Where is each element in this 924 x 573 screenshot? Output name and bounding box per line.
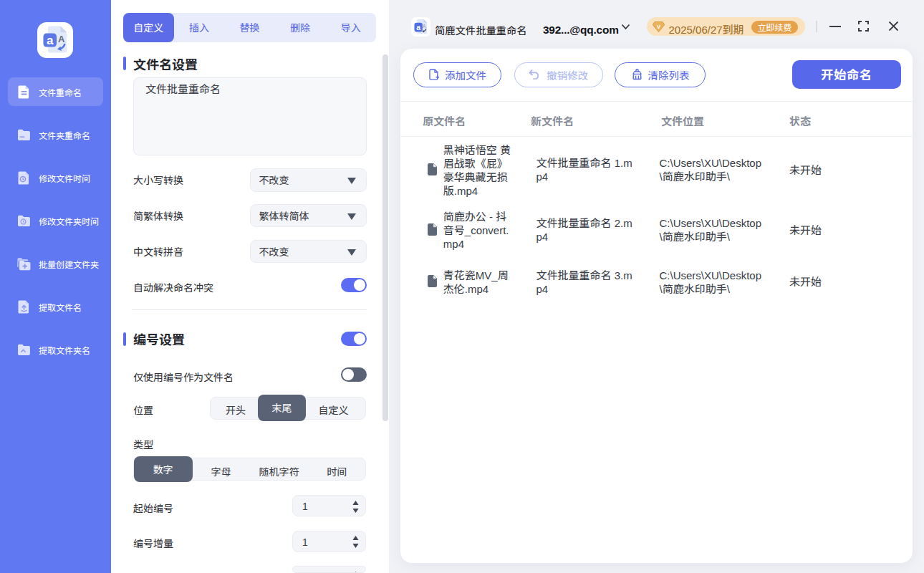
svg-text:a: a: [416, 23, 420, 32]
svg-text:A: A: [58, 34, 65, 44]
svg-text:V: V: [657, 21, 661, 29]
svg-text:A: A: [423, 24, 426, 29]
svg-text:a: a: [47, 34, 54, 47]
